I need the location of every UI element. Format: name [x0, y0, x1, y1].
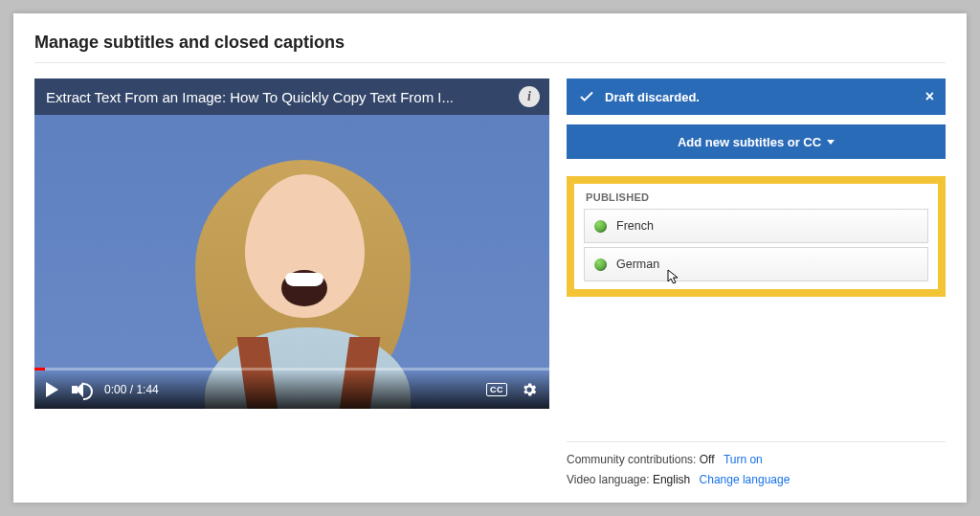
language-name: German	[616, 258, 659, 271]
contrib-label: Community contributions:	[567, 453, 696, 466]
check-icon	[578, 88, 595, 105]
published-panel: PUBLISHED French German	[567, 176, 946, 297]
turn-on-link[interactable]: Turn on	[724, 453, 763, 466]
change-language-link[interactable]: Change language	[700, 473, 791, 486]
chevron-down-icon	[827, 140, 835, 145]
video-title: Extract Text From an Image: How To Quick…	[34, 79, 549, 115]
lang-label: Video language:	[567, 473, 650, 486]
status-banner: Draft discarded. ×	[567, 79, 946, 115]
status-message: Draft discarded.	[605, 90, 700, 104]
video-player[interactable]: Extract Text From an Image: How To Quick…	[34, 79, 549, 409]
close-icon[interactable]: ×	[925, 89, 934, 104]
video-timecode: 0:00 / 1:44	[104, 383, 159, 396]
add-subtitles-button[interactable]: Add new subtitles or CC	[567, 124, 946, 159]
divider	[34, 62, 946, 63]
gear-icon[interactable]	[521, 381, 538, 398]
cc-icon[interactable]: CC	[486, 383, 507, 396]
play-icon[interactable]	[46, 382, 58, 397]
contrib-value: Off	[700, 453, 715, 466]
language-row-german[interactable]: German	[584, 247, 928, 281]
divider	[567, 441, 946, 442]
published-label: PUBLISHED	[586, 191, 928, 203]
page-title: Manage subtitles and closed captions	[34, 33, 946, 53]
status-dot-icon	[594, 220, 607, 233]
language-row-french[interactable]: French	[584, 209, 928, 243]
lang-value: English	[653, 473, 690, 486]
volume-icon[interactable]	[72, 381, 91, 398]
status-dot-icon	[594, 258, 607, 271]
footer: Community contributions: Off Turn on Vid…	[567, 441, 946, 489]
video-thumbnail	[34, 79, 549, 409]
cursor-icon	[667, 269, 680, 286]
language-name: French	[616, 219, 654, 233]
info-icon[interactable]: i	[519, 86, 540, 107]
